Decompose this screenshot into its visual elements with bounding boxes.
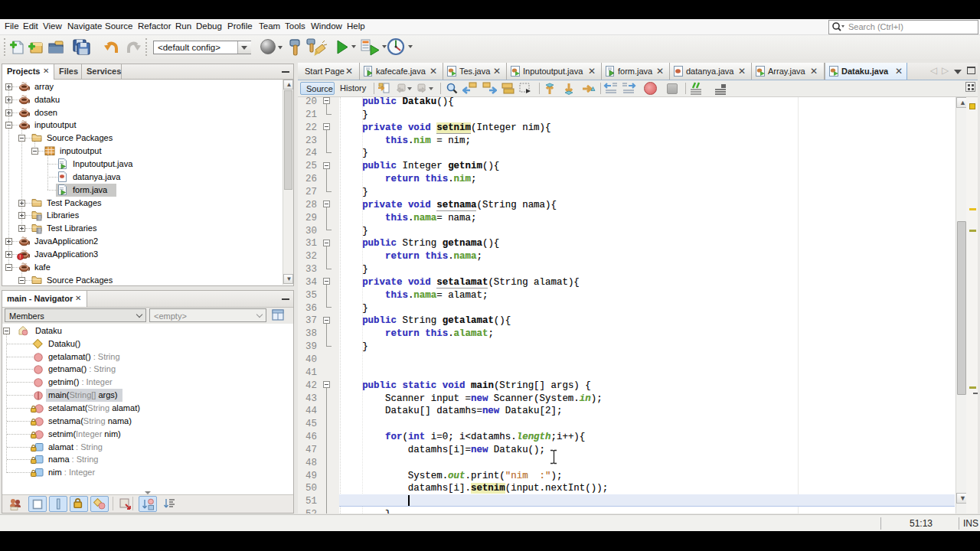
svg-text:!: ! [20, 254, 21, 259]
